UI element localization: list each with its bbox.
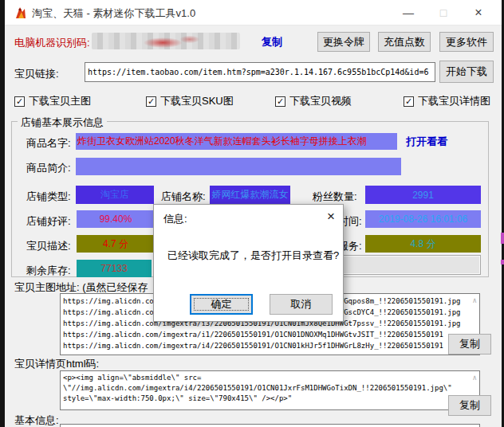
dialog-ok-button[interactable]: 确定	[190, 294, 253, 315]
product-intro-label: 商品简介:	[26, 161, 71, 175]
dialog-ok-label: 确定	[191, 296, 251, 313]
background-window-fragment	[501, 233, 504, 244]
shop-name-field: 娇网红爆款潮流女	[210, 186, 290, 204]
main-pic-url: https://img.alicdn.com/imgextra/i1/22065…	[63, 329, 477, 340]
change-token-button[interactable]: 更换令牌	[317, 32, 370, 52]
start-download-button[interactable]: 开始下载	[439, 61, 494, 83]
app-flame-icon	[13, 5, 29, 21]
shop-rating-label: 店铺好评:	[26, 214, 71, 229]
checkbox-video-label: 下载宝贝视频	[289, 94, 352, 108]
checkbox-main-image[interactable]: ✓ 下载宝贝主图	[14, 94, 91, 108]
item-desc-score-field: 4.7 分	[77, 235, 155, 253]
shop-name-label: 店铺名称:	[161, 190, 206, 204]
seller-service-field: 4.8 分	[365, 235, 481, 253]
more-software-button[interactable]: 更多软件	[439, 32, 494, 52]
close-button[interactable]: ×	[461, 0, 496, 25]
shop-rating-field: 99.40%	[77, 210, 155, 228]
checkmark-icon: ✓	[14, 96, 25, 107]
open-time-field: 2019-08-26 16:01:06	[365, 210, 481, 228]
item-link-label: 宝贝链接:	[14, 67, 59, 81]
product-name-field: 炸街卫衣女欧洲站2020秋冬洋气新款连帽套头衫长袖字母拼接上衣潮	[76, 133, 397, 150]
open-item-link[interactable]: 打开看看	[406, 135, 447, 149]
checkbox-sku-image-label: 下载宝贝SKU图	[160, 94, 234, 108]
checkbox-video[interactable]: ✓ 下载宝贝视频	[275, 94, 352, 108]
dialog-message: 已经读取完成了，是否打开目录查看?	[167, 249, 339, 263]
empty-status-field	[337, 255, 481, 275]
recharge-points-button[interactable]: 充值点数	[378, 32, 431, 52]
title-bar: 淘宝、天猫 - 素材迷你下载工具v1.0 — □ ×	[5, 0, 502, 25]
stock-label: 剩余库存:	[26, 264, 71, 278]
dialog-cancel-button[interactable]: 取消	[270, 294, 333, 315]
detail-html-line: style=\"max-width:750.0px;\" size=\"790x…	[63, 394, 477, 404]
shop-type-field: 淘宝店	[76, 186, 154, 204]
checkbox-sku-image[interactable]: ✓ 下载宝贝SKU图	[146, 94, 234, 108]
copy-main-pics-button[interactable]: 复制	[448, 334, 491, 355]
dialog-close-icon[interactable]: ×	[327, 209, 335, 225]
main-pic-url: https://img.alicdn.com/imgextra/i4/22065…	[63, 340, 477, 351]
dialog-title: 信息:	[163, 212, 187, 226]
detail-html-textarea[interactable]: <p><img align=\"absmiddle\" src= \"//img…	[60, 370, 480, 410]
product-intro-field	[76, 158, 401, 175]
stock-field: 77133	[77, 260, 152, 277]
detail-html-label: 宝贝详情页html码:	[14, 357, 99, 371]
detail-html-line: \"//img.alicdn.com/imgextra/i4/220650155…	[63, 383, 477, 394]
detail-html-line: <p><img align=\"absmiddle\" src=	[63, 373, 477, 383]
checkmark-icon: ✓	[275, 96, 285, 107]
copy-detail-html-button[interactable]: 复制	[448, 395, 491, 416]
fans-count-field: 2991	[365, 186, 481, 204]
maximize-button[interactable]: □	[426, 0, 461, 25]
basic-info-textarea[interactable]	[60, 424, 480, 427]
checkbox-detail-image[interactable]: ✓ 下载宝贝详情图	[404, 94, 490, 108]
item-url-input[interactable]: https://item.taobao.com/item.htm?spm=a23…	[85, 62, 435, 82]
scrollbar-up-icon[interactable]: ∧	[473, 296, 477, 304]
checkmark-icon: ✓	[404, 96, 414, 107]
app-window: 淘宝、天猫 - 素材迷你下载工具v1.0 — □ × 电脑机器识别码: 复制 更…	[5, 0, 502, 427]
checkbox-main-image-label: 下载宝贝主图	[29, 94, 91, 108]
copy-machine-id-link[interactable]: 复制	[262, 35, 282, 49]
background-window-fragment	[501, 260, 504, 264]
checkmark-icon: ✓	[146, 96, 156, 107]
window-title: 淘宝、天猫 - 素材迷你下载工具v1.0	[32, 6, 195, 21]
shop-type-label: 店铺类型:	[26, 190, 71, 204]
machine-id-label: 电脑机器识别码:	[14, 36, 90, 50]
fans-count-label: 粉丝数量:	[313, 190, 357, 204]
machine-id-redacted-value	[92, 33, 240, 49]
info-dialog: 信息: × 已经读取完成了，是否打开目录查看? 确定 取消	[153, 204, 344, 322]
product-name-label: 商品名字:	[26, 136, 71, 151]
scrollbar-up-icon[interactable]: ∧	[473, 374, 477, 382]
minimize-button[interactable]: —	[391, 0, 426, 25]
shop-info-group-title: 店铺基本展示信息	[18, 116, 107, 130]
item-desc-score-label: 宝贝描述:	[26, 239, 71, 253]
basic-info-label: 基本信息:	[14, 413, 59, 427]
checkbox-detail-image-label: 下载宝贝详情图	[418, 94, 490, 108]
